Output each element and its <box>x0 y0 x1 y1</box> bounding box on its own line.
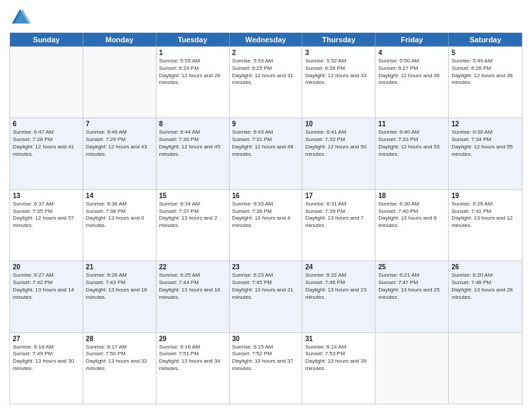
header-day-thursday: Thursday <box>302 33 375 46</box>
calendar-cell-15: 15Sunrise: 6:34 AM Sunset: 7:37 PM Dayli… <box>157 190 230 261</box>
day-number: 10 <box>305 120 372 128</box>
day-number: 4 <box>378 49 445 56</box>
day-info: Sunrise: 6:47 AM Sunset: 7:28 PM Dayligh… <box>13 129 80 158</box>
day-info: Sunrise: 6:31 AM Sunset: 7:39 PM Dayligh… <box>305 201 372 230</box>
calendar-cell-19: 19Sunrise: 6:29 AM Sunset: 7:41 PM Dayli… <box>449 190 522 261</box>
day-info: Sunrise: 6:34 AM Sunset: 7:37 PM Dayligh… <box>159 201 226 230</box>
header-day-friday: Friday <box>375 33 449 46</box>
day-number: 16 <box>232 192 300 199</box>
calendar-cell-1: 1Sunrise: 5:55 AM Sunset: 6:24 PM Daylig… <box>157 47 230 118</box>
day-info: Sunrise: 6:37 AM Sunset: 7:35 PM Dayligh… <box>13 201 80 230</box>
calendar-cell-23: 23Sunrise: 6:23 AM Sunset: 7:45 PM Dayli… <box>230 261 303 332</box>
calendar-cell-9: 9Sunrise: 6:43 AM Sunset: 7:31 PM Daylig… <box>230 118 303 189</box>
calendar-cell-28: 28Sunrise: 6:17 AM Sunset: 7:50 PM Dayli… <box>83 333 157 404</box>
header-day-saturday: Saturday <box>449 33 522 46</box>
day-number: 11 <box>378 120 445 128</box>
calendar-header: SundayMondayTuesdayWednesdayThursdayFrid… <box>10 33 522 46</box>
day-number: 30 <box>232 335 300 342</box>
day-info: Sunrise: 6:44 AM Sunset: 7:30 PM Dayligh… <box>159 129 226 158</box>
day-info: Sunrise: 6:14 AM Sunset: 7:53 PM Dayligh… <box>305 344 372 373</box>
calendar-cell-13: 13Sunrise: 6:37 AM Sunset: 7:35 PM Dayli… <box>10 190 83 261</box>
day-number: 18 <box>378 192 445 199</box>
day-number: 21 <box>86 263 153 271</box>
day-info: Sunrise: 6:29 AM Sunset: 7:41 PM Dayligh… <box>451 201 519 230</box>
calendar-cell-16: 16Sunrise: 6:33 AM Sunset: 7:38 PM Dayli… <box>230 190 303 261</box>
day-number: 24 <box>305 263 372 271</box>
day-info: Sunrise: 6:33 AM Sunset: 7:38 PM Dayligh… <box>232 201 300 230</box>
day-info: Sunrise: 5:49 AM Sunset: 6:28 PM Dayligh… <box>451 58 519 87</box>
day-info: Sunrise: 6:43 AM Sunset: 7:31 PM Dayligh… <box>232 129 300 158</box>
day-info: Sunrise: 6:16 AM Sunset: 7:51 PM Dayligh… <box>159 344 226 373</box>
calendar-cell-8: 8Sunrise: 6:44 AM Sunset: 7:30 PM Daylig… <box>157 118 230 189</box>
page: SundayMondayTuesdayWednesdayThursdayFrid… <box>0 0 532 411</box>
calendar-body: 1Sunrise: 5:55 AM Sunset: 6:24 PM Daylig… <box>10 46 522 404</box>
day-number: 2 <box>232 49 300 56</box>
day-number: 1 <box>159 49 226 56</box>
calendar-cell-24: 24Sunrise: 6:22 AM Sunset: 7:46 PM Dayli… <box>302 261 375 332</box>
calendar-cell-empty <box>83 47 157 118</box>
header-day-monday: Monday <box>83 33 157 46</box>
calendar-cell-11: 11Sunrise: 6:40 AM Sunset: 7:33 PM Dayli… <box>375 118 449 189</box>
day-number: 13 <box>13 192 80 199</box>
day-info: Sunrise: 6:18 AM Sunset: 7:49 PM Dayligh… <box>13 344 80 373</box>
day-number: 31 <box>305 335 372 342</box>
calendar-cell-14: 14Sunrise: 6:36 AM Sunset: 7:36 PM Dayli… <box>83 190 157 261</box>
calendar-row-2: 6Sunrise: 6:47 AM Sunset: 7:28 PM Daylig… <box>10 118 522 189</box>
calendar-cell-12: 12Sunrise: 6:39 AM Sunset: 7:34 PM Dayli… <box>449 118 522 189</box>
day-info: Sunrise: 6:25 AM Sunset: 7:44 PM Dayligh… <box>159 272 226 301</box>
logo <box>9 7 34 28</box>
day-number: 15 <box>159 192 226 199</box>
day-info: Sunrise: 6:30 AM Sunset: 7:40 PM Dayligh… <box>378 201 445 230</box>
calendar-cell-5: 5Sunrise: 5:49 AM Sunset: 6:28 PM Daylig… <box>449 47 522 118</box>
day-number: 5 <box>451 49 519 56</box>
day-info: Sunrise: 6:17 AM Sunset: 7:50 PM Dayligh… <box>86 344 153 373</box>
calendar-cell-20: 20Sunrise: 6:27 AM Sunset: 7:42 PM Dayli… <box>10 261 83 332</box>
day-info: Sunrise: 6:27 AM Sunset: 7:42 PM Dayligh… <box>13 272 80 301</box>
calendar-cell-25: 25Sunrise: 6:21 AM Sunset: 7:47 PM Dayli… <box>375 261 449 332</box>
day-number: 26 <box>451 263 519 271</box>
day-info: Sunrise: 6:41 AM Sunset: 7:32 PM Dayligh… <box>305 129 372 158</box>
day-number: 14 <box>86 192 153 199</box>
day-info: Sunrise: 6:39 AM Sunset: 7:34 PM Dayligh… <box>451 129 519 158</box>
calendar-cell-31: 31Sunrise: 6:14 AM Sunset: 7:53 PM Dayli… <box>302 333 375 404</box>
day-number: 6 <box>13 120 80 128</box>
calendar-cell-27: 27Sunrise: 6:18 AM Sunset: 7:49 PM Dayli… <box>10 333 83 404</box>
day-info: Sunrise: 5:52 AM Sunset: 6:26 PM Dayligh… <box>305 58 372 87</box>
day-number: 25 <box>378 263 445 271</box>
day-number: 7 <box>86 120 153 128</box>
day-info: Sunrise: 6:26 AM Sunset: 7:43 PM Dayligh… <box>86 272 153 301</box>
logo-icon <box>9 7 31 28</box>
day-info: Sunrise: 6:46 AM Sunset: 7:29 PM Dayligh… <box>86 129 153 158</box>
header <box>9 7 523 28</box>
calendar-cell-29: 29Sunrise: 6:16 AM Sunset: 7:51 PM Dayli… <box>157 333 230 404</box>
day-number: 28 <box>86 335 153 342</box>
day-number: 29 <box>159 335 226 342</box>
calendar-cell-22: 22Sunrise: 6:25 AM Sunset: 7:44 PM Dayli… <box>157 261 230 332</box>
header-day-tuesday: Tuesday <box>157 33 230 46</box>
calendar-cell-26: 26Sunrise: 6:20 AM Sunset: 7:48 PM Dayli… <box>449 261 522 332</box>
day-number: 27 <box>13 335 80 342</box>
header-day-sunday: Sunday <box>10 33 83 46</box>
day-info: Sunrise: 6:20 AM Sunset: 7:48 PM Dayligh… <box>451 272 519 301</box>
day-number: 23 <box>232 263 300 271</box>
day-info: Sunrise: 5:53 AM Sunset: 6:25 PM Dayligh… <box>232 58 300 87</box>
calendar-row-3: 13Sunrise: 6:37 AM Sunset: 7:35 PM Dayli… <box>10 189 522 261</box>
calendar-cell-2: 2Sunrise: 5:53 AM Sunset: 6:25 PM Daylig… <box>230 47 303 118</box>
day-info: Sunrise: 5:55 AM Sunset: 6:24 PM Dayligh… <box>159 58 226 87</box>
day-info: Sunrise: 6:36 AM Sunset: 7:36 PM Dayligh… <box>86 201 153 230</box>
calendar-row-4: 20Sunrise: 6:27 AM Sunset: 7:42 PM Dayli… <box>10 261 522 332</box>
day-number: 17 <box>305 192 372 199</box>
calendar-cell-4: 4Sunrise: 5:50 AM Sunset: 6:27 PM Daylig… <box>375 47 449 118</box>
calendar-cell-30: 30Sunrise: 6:15 AM Sunset: 7:52 PM Dayli… <box>230 333 303 404</box>
calendar-cell-empty <box>449 333 522 404</box>
calendar-cell-17: 17Sunrise: 6:31 AM Sunset: 7:39 PM Dayli… <box>302 190 375 261</box>
day-number: 9 <box>232 120 300 128</box>
calendar-cell-3: 3Sunrise: 5:52 AM Sunset: 6:26 PM Daylig… <box>302 47 375 118</box>
day-number: 3 <box>305 49 372 56</box>
day-info: Sunrise: 6:21 AM Sunset: 7:47 PM Dayligh… <box>378 272 445 301</box>
calendar-cell-18: 18Sunrise: 6:30 AM Sunset: 7:40 PM Dayli… <box>375 190 449 261</box>
day-number: 12 <box>451 120 519 128</box>
day-number: 19 <box>451 192 519 199</box>
calendar: SundayMondayTuesdayWednesdayThursdayFrid… <box>9 32 523 404</box>
calendar-cell-7: 7Sunrise: 6:46 AM Sunset: 7:29 PM Daylig… <box>83 118 157 189</box>
